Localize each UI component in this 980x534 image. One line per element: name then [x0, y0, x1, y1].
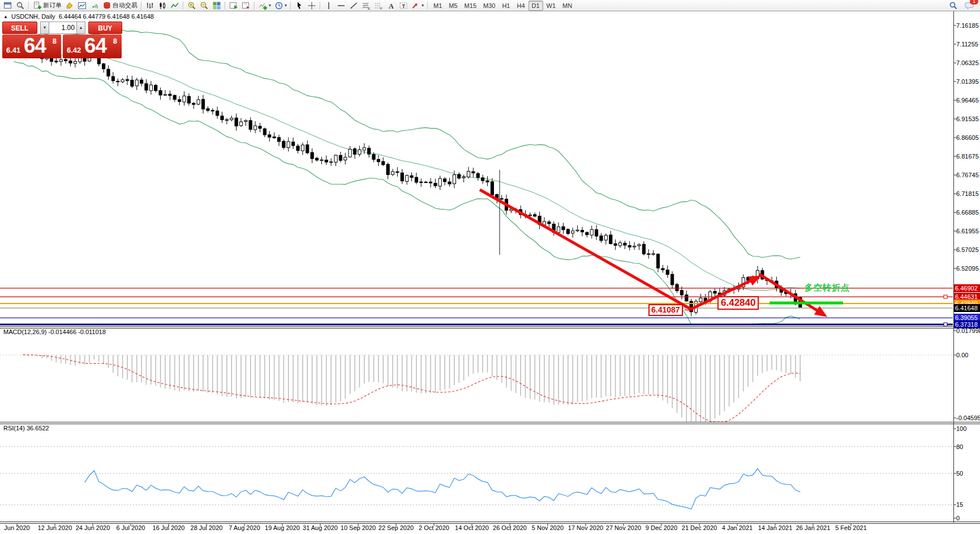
volume-input[interactable] — [49, 22, 76, 34]
symbol-marker-icon: ▲ — [3, 14, 8, 19]
bid-price-tile[interactable]: 6.41 64 8 — [2, 35, 61, 58]
one-click-trading-panel: SELL ▼ ▲ BUY 6.41 64 8 6.42 64 8 — [2, 22, 122, 58]
price-axis-label: 6.66885 — [956, 209, 979, 216]
text-icon[interactable]: A — [385, 0, 397, 11]
candlestick-icon[interactable] — [156, 0, 169, 11]
trend-arrow[interactable] — [759, 274, 825, 315]
chart-shift-icon[interactable] — [240, 0, 252, 11]
chart-canvas[interactable] — [0, 0, 980, 534]
rsi-line — [85, 469, 801, 510]
chevron-down-icon: ▾ — [422, 3, 424, 8]
price-axis-label: 7.01395 — [956, 78, 979, 85]
bar-chart-icon[interactable] — [144, 0, 156, 11]
price-callout-low[interactable]: 6.41087 — [648, 304, 683, 316]
shapes-icon[interactable]: ▾ — [410, 0, 425, 11]
timeframe-button-D1[interactable]: D1 — [528, 1, 543, 11]
symbol-info: ▲ USDCNH, Daily 6.44464 6.44779 6.41648 … — [3, 13, 154, 20]
toolbar-separator — [28, 2, 29, 10]
price-axis-label: 6.57025 — [956, 246, 979, 253]
volume-up-button[interactable]: ▲ — [76, 22, 85, 34]
autotrading-button-label: 自动交易 — [113, 1, 137, 10]
price-axis-label: 7.11255 — [956, 41, 978, 48]
paint-bucket-icon[interactable] — [63, 0, 76, 11]
timeframe-button-M15[interactable]: M15 — [461, 1, 480, 11]
trend-arrow[interactable] — [480, 190, 691, 309]
rsi-axis-label: 100 — [956, 425, 966, 432]
bollinger-lower-band — [14, 62, 800, 325]
new-order-button[interactable]: 新订单 — [31, 0, 63, 11]
bollinger-upper-band — [14, 30, 800, 259]
bid-price-prefix: 6.41 — [6, 46, 20, 54]
svg-text:T: T — [402, 3, 406, 8]
line-handle[interactable] — [944, 295, 947, 298]
line-chart-icon[interactable] — [169, 0, 181, 11]
symbol-name: USDCNH, Daily — [11, 13, 55, 20]
line-handle[interactable] — [944, 323, 947, 326]
toolbar-separator — [320, 2, 321, 10]
window-icon[interactable] — [2, 0, 14, 11]
price-axis-tag: 6.41648 — [954, 304, 980, 312]
bid-price-sup: 8 — [53, 37, 57, 45]
trendline-icon[interactable] — [347, 0, 360, 11]
svg-text:A: A — [389, 2, 394, 10]
notifications-icon[interactable]: 1 — [963, 0, 976, 11]
channel-icon[interactable]: F — [372, 0, 385, 11]
timeframe-button-M30[interactable]: M30 — [480, 1, 498, 11]
main-toolbar: 新订单自动交易▾▾EFAT▾ M1M5M15M30H1H4D1W1MN 1 — [0, 0, 980, 11]
symbol-ohlc: 6.44464 6.44779 6.41648 6.41648 — [59, 13, 154, 20]
add-indicator-icon[interactable]: ▾ — [257, 0, 273, 11]
chevron-down-icon: ▾ — [285, 3, 287, 8]
vertical-line-icon[interactable] — [323, 0, 335, 11]
timeframe-button-M1[interactable]: M1 — [430, 1, 445, 11]
autoscroll-icon[interactable] — [227, 0, 240, 11]
timeframe-button-H4[interactable]: H4 — [513, 1, 528, 11]
rsi-axis-label: 80 — [956, 443, 963, 450]
timeframe-toolbar: M1M5M15M30H1H4D1W1MN — [430, 0, 575, 11]
candlestick-series — [12, 44, 801, 316]
price-axis-label: 6.52095 — [956, 265, 979, 272]
toolbar-separator — [141, 2, 142, 10]
signal-icon[interactable] — [88, 0, 101, 11]
autotrading-button[interactable]: 自动交易 — [101, 0, 139, 11]
price-callout-level[interactable]: 6.42840 — [717, 296, 759, 310]
rsi-label: RSI(14) 36.6522 — [3, 425, 49, 432]
price-axis-label: 6.86605 — [956, 134, 979, 141]
period-icon[interactable]: ▾ — [273, 0, 289, 11]
svg-text:F: F — [380, 7, 382, 10]
toolbar-separator — [225, 2, 226, 10]
annotation-text-cn[interactable]: 多空转折点 — [805, 283, 850, 293]
price-axis-label: 6.76745 — [956, 172, 979, 178]
cursor-icon[interactable] — [293, 0, 306, 11]
timeframe-button-MN[interactable]: MN — [559, 1, 575, 11]
timeframe-button-M5[interactable]: M5 — [445, 1, 461, 11]
preview-icon[interactable] — [14, 0, 27, 11]
zoom-out-icon[interactable] — [198, 0, 210, 11]
price-axis-label: 7.16185 — [956, 22, 979, 29]
date-label: 5 Feb 2021 — [826, 524, 876, 531]
ask-price-tile[interactable]: 6.42 64 8 — [63, 35, 122, 58]
fibonacci-icon[interactable]: E — [360, 0, 372, 11]
price-axis-label: 6.61955 — [956, 228, 979, 234]
horizontal-line-icon[interactable] — [335, 0, 347, 11]
price-axis-label: 7.06325 — [956, 59, 979, 66]
tile-windows-icon[interactable] — [210, 0, 223, 11]
macd-histogram — [23, 354, 801, 422]
chart-window-icon[interactable] — [76, 0, 88, 11]
timeframe-button-W1[interactable]: W1 — [543, 1, 560, 11]
volume-down-button[interactable]: ▼ — [40, 22, 49, 34]
sell-button[interactable]: SELL — [2, 22, 37, 34]
buy-button[interactable]: BUY — [88, 22, 122, 34]
timeframe-button-H1[interactable]: H1 — [498, 1, 513, 11]
notification-badge: 1 — [970, 0, 978, 5]
new-order-button-label: 新订单 — [43, 1, 62, 10]
bid-price-big: 64 — [24, 34, 46, 58]
rsi-axis-label: 0 — [956, 515, 960, 522]
crosshair-icon[interactable] — [306, 0, 318, 11]
label-icon[interactable]: T — [397, 0, 410, 11]
ask-price-sup: 8 — [113, 37, 117, 45]
zoom-in-icon[interactable] — [186, 0, 198, 11]
price-axis-label: 6.96465 — [956, 97, 979, 104]
rsi-axis-label: 50 — [956, 470, 963, 477]
search-icon[interactable] — [947, 0, 960, 11]
price-axis-tag: 6.46902 — [954, 284, 980, 292]
